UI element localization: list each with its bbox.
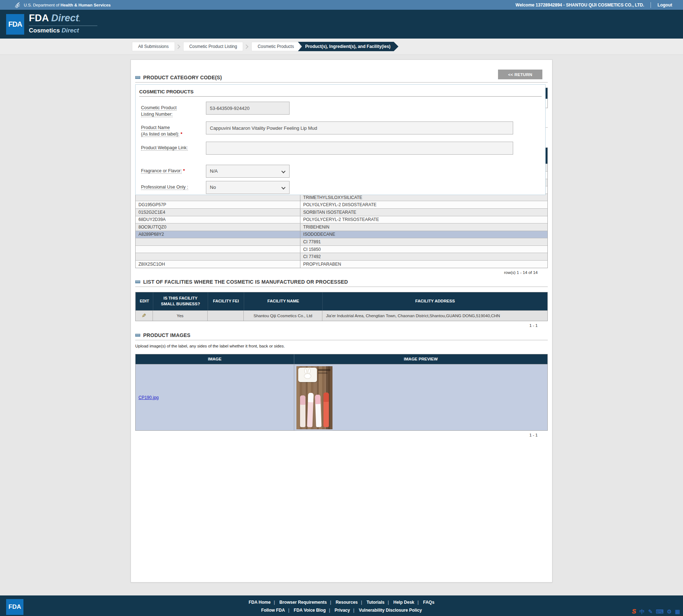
product-name-input[interactable]: Cappuvini Macaron Vitality Powder Feelin… <box>206 121 513 134</box>
handwriting-icon[interactable]: ✎ <box>648 608 653 615</box>
app-subtitle: Cosmetics Direct <box>29 26 97 34</box>
breadcrumb: All Submissions Cosmetic Product Listing… <box>132 42 398 51</box>
categories-section-title: PRODUCT CATEGORY CODE(S) <box>143 75 222 80</box>
product-images-pagination: 1 - 1 <box>131 433 538 437</box>
app-title-fda: FDA <box>29 13 49 23</box>
chinese-mode-icon[interactable]: 中 <box>639 608 645 615</box>
footer-link-faqs[interactable]: FAQs <box>423 600 434 605</box>
fda-logo[interactable]: FDA <box>6 14 24 35</box>
product-images-table-header: IMAGE IMAGE PREVIEW <box>136 354 547 364</box>
ingredient-row-selected[interactable]: A8289P68Y2ISODODECANE <box>136 231 547 238</box>
form-section-title: COSMETIC PRODUCTS <box>139 89 542 97</box>
breadcrumb-bar: All Submissions Cosmetic Product Listing… <box>0 39 683 55</box>
webpage-link-label: Product Webpage Link: <box>141 142 206 151</box>
webpage-link-input[interactable] <box>206 142 513 155</box>
footer-link-fda-voice-blog[interactable]: FDA Voice Blog <box>294 608 326 613</box>
collapse-minus-icon[interactable] <box>135 334 140 337</box>
cosmetic-products-form: COSMETIC PRODUCTS Cosmetic Product Listi… <box>135 84 546 195</box>
ingredient-row[interactable]: 01S2G2C1E4SORBITAN ISOSTEARATE <box>136 208 547 216</box>
edit-pencil-icon[interactable]: ✎ <box>142 313 146 319</box>
bunny-label-illustration <box>298 368 317 382</box>
collapse-minus-icon[interactable] <box>135 76 140 79</box>
facilities-table: EDIT IS THIS FACILITYSMALL BUSINESS? FAC… <box>135 292 548 321</box>
col-header-facility-address: FACILITY ADDRESS <box>322 292 547 310</box>
facility-fei <box>208 311 244 321</box>
fragrance-label: Fragrance or Flavor: * <box>141 165 206 174</box>
fragrance-select[interactable]: N/A <box>206 165 290 178</box>
fragrance-selected-value: N/A <box>210 168 218 174</box>
required-asterisk: * <box>181 132 182 137</box>
facility-address: Jia'er Industrial Area, Chengtian Town, … <box>322 311 547 321</box>
footer-link-follow-fda[interactable]: Follow FDA <box>261 608 285 613</box>
facilities-section-title: LIST OF FACILITIES WHERE THE COSMETIC IS… <box>143 279 348 285</box>
keyboard-icon[interactable]: ⌨ <box>656 608 664 615</box>
footer-link-vulnerability-disclosure[interactable]: Vulnerability Disclosure Policy <box>359 608 422 613</box>
gov-top-bar: U.S. Department of Health & Human Servic… <box>0 0 683 10</box>
ingredient-row[interactable]: CI 77891 <box>136 238 547 245</box>
chevron-right-icon <box>244 44 249 49</box>
breadcrumb-current-page: Product(s), Ingredient(s), and Facility(… <box>298 42 398 51</box>
topbar-divider <box>651 2 651 8</box>
ingredient-row[interactable]: CI 77492 <box>136 253 547 260</box>
hhs-eagle-icon <box>14 1 21 9</box>
chevron-down-icon <box>281 169 285 173</box>
product-images-table: IMAGE IMAGE PREVIEW CP190.jpg <box>135 354 548 431</box>
chevron-down-icon <box>281 185 285 189</box>
ingredient-row[interactable]: 68DUY2D39APOLYGLYCERYL-2 TRIISOSTEARATE <box>136 216 547 223</box>
chevron-right-icon <box>176 44 180 49</box>
listing-number-field: 53-643509-924420 <box>206 102 290 115</box>
col-header-fei: FACILITY FEI <box>208 292 244 310</box>
grid-icon[interactable]: ▦ <box>675 608 680 615</box>
professional-use-label: Professional Use Only : <box>141 181 206 190</box>
footer-link-privacy[interactable]: Privacy <box>335 608 350 613</box>
ingredients-pagination: row(s) 1 - 14 of 14 <box>131 270 538 275</box>
footer-link-tutorials[interactable]: Tutorials <box>366 600 384 605</box>
ime-toolbar[interactable]: S 中 ✎ ⌨ ⚙ ▦ <box>632 608 680 615</box>
col-header-image: IMAGE <box>136 354 294 364</box>
footer-link-browser-requirements[interactable]: Browser Requirements <box>279 600 327 605</box>
col-header-edit: EDIT <box>136 292 153 310</box>
footer-link-fda-home[interactable]: FDA Home <box>248 600 270 605</box>
app-title-direct: Direct <box>51 13 79 23</box>
breadcrumb-cosmetic-product-listing[interactable]: Cosmetic Product Listing <box>183 42 243 51</box>
product-name-label: Product Name (As listed on label): * <box>141 121 206 137</box>
product-images-section-header: PRODUCT IMAGES <box>135 332 552 338</box>
ingredient-row[interactable]: DG195GP57PPOLYGLYCERYL-2 DIISOSTEARATE <box>136 201 547 208</box>
facilities-section-header: LIST OF FACILITIES WHERE THE COSMETIC IS… <box>135 279 552 285</box>
listing-number-label: Cosmetic Product Listing Number: <box>141 102 206 118</box>
return-button[interactable]: << RETURN <box>498 70 542 79</box>
dept-text: U.S. Department of Health & Human Servic… <box>24 3 111 7</box>
professional-use-select[interactable]: No <box>206 181 290 194</box>
footer-link-help-desk[interactable]: Help Desk <box>393 600 414 605</box>
divider <box>135 287 548 287</box>
product-image-preview[interactable] <box>296 366 332 429</box>
breadcrumb-all-submissions[interactable]: All Submissions <box>132 42 175 51</box>
logout-link[interactable]: Logout <box>657 3 672 8</box>
facility-row: ✎ Yes Shantou Qiji Cosmetics Co., Ltd Ji… <box>136 310 547 321</box>
divider <box>135 340 548 340</box>
categories-section-header: PRODUCT CATEGORY CODE(S) <box>135 75 552 80</box>
facilities-pagination: 1 - 1 <box>131 323 538 328</box>
col-header-facility-name: FACILITY NAME <box>244 292 322 310</box>
collapse-minus-icon[interactable] <box>135 280 140 283</box>
footer-links-row2: Follow FDA| FDA Voice Blog| Privacy| Vul… <box>0 608 683 613</box>
ingredient-row[interactable]: 8OC9U7TQZ0TRIBEHENIN <box>136 223 547 231</box>
col-header-small-business: IS THIS FACILITYSMALL BUSINESS? <box>153 292 208 310</box>
brand-header: FDA FDA Direct. Cosmetics Direct <box>0 10 683 39</box>
settings-gear-icon[interactable]: ⚙ <box>667 608 671 615</box>
facility-name: Shantou Qiji Cosmetics Co., Ltd <box>244 311 322 321</box>
col-header-image-preview: IMAGE PREVIEW <box>294 354 547 364</box>
product-images-section-title: PRODUCT IMAGES <box>143 332 190 338</box>
facility-small-business: Yes <box>153 311 208 321</box>
image-file-link[interactable]: CP190.jpg <box>138 395 159 400</box>
footer-link-resources[interactable]: Resources <box>336 600 358 605</box>
ingredient-row[interactable]: CI 15850 <box>136 245 547 253</box>
breadcrumb-cosmetic-products[interactable]: Cosmetic Products <box>251 42 300 51</box>
footer-links-row1: FDA Home| Browser Requirements| Resource… <box>0 600 683 605</box>
product-images-note: Upload image(s) of the label, any sides … <box>135 343 552 349</box>
app-title: FDA Direct. <box>29 13 80 24</box>
sogou-ime-icon[interactable]: S <box>632 608 636 615</box>
product-image-row: CP190.jpg <box>136 364 547 430</box>
footer: FDA FDA Home| Browser Requirements| Reso… <box>0 595 683 616</box>
ingredient-row[interactable]: Z8IX2SC1OHPROPYLPARABEN <box>136 260 547 268</box>
